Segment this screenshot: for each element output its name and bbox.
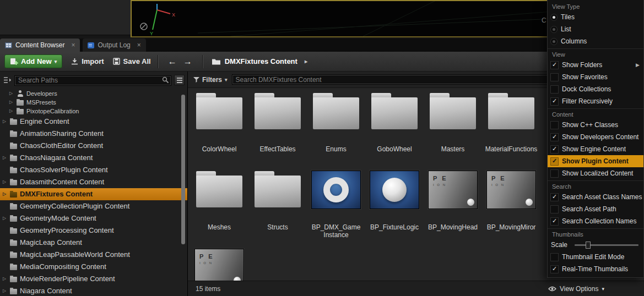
menu-item-real-time-thumbnails[interactable]: Real-Time Thumbnails <box>548 263 643 275</box>
checkbox-thumbnail-edit-mode[interactable] <box>551 254 558 261</box>
tree-item-niagara-content[interactable]: ▷ Niagara Content <box>0 285 187 296</box>
tree-item-geometrycollectionplugin-content[interactable]: GeometryCollectionPlugin Content <box>0 200 187 212</box>
menu-item-search-asset-class-names[interactable]: Search Asset Class Names <box>548 191 643 203</box>
expand-arrow-icon[interactable]: ▷ <box>2 216 7 221</box>
checkbox-real-time-thumbnails[interactable] <box>551 266 558 273</box>
menu-section-view: View Show Folders ▶ Show Favorites Dock … <box>548 48 643 107</box>
view-options-button[interactable]: View Options ▾ <box>548 285 604 293</box>
checkbox-dock-collections[interactable] <box>551 86 558 93</box>
checkbox-show-engine-content[interactable] <box>551 146 558 153</box>
checkbox-show-developers-content[interactable] <box>551 134 558 141</box>
radio-list[interactable] <box>551 26 557 32</box>
radio-tiles[interactable] <box>551 14 557 20</box>
folder-tile-structs[interactable]: Structs <box>253 171 302 241</box>
asset-tile-bp-fixturelogic[interactable]: BP_FixtureLogic <box>370 171 419 241</box>
import-button[interactable]: Import <box>71 57 104 65</box>
checkbox-show-favorites[interactable] <box>551 74 558 81</box>
checkbox-show-plugin-content[interactable] <box>551 158 558 165</box>
menu-item-list[interactable]: List <box>548 23 643 35</box>
tab-content-browser[interactable]: Content Browser × <box>0 39 80 52</box>
checkbox-show-folders[interactable] <box>551 62 558 69</box>
expand-arrow-icon[interactable]: ▷ <box>2 119 7 124</box>
tree-item-label: MagicLeapPassableWorld Content <box>20 250 130 259</box>
menu-item-show-developers-content[interactable]: Show Developers Content <box>548 131 643 143</box>
filters-button[interactable]: Filters ▾ <box>193 76 228 84</box>
search-paths-input[interactable] <box>14 75 171 86</box>
folder-tile-colorwheel[interactable]: ColorWheel <box>194 92 244 163</box>
tree-item-magicleappassableworld-content[interactable]: MagicLeapPassableWorld Content <box>0 249 187 261</box>
menu-item-thumbnail-edit-mode[interactable]: Thumbnail Edit Mode <box>548 251 643 263</box>
tree-item-chaossolverplugin-content[interactable]: ChaosSolverPlugin Content <box>0 164 187 176</box>
menu-item-show-localized-content[interactable]: Show Localized Content <box>548 167 643 179</box>
tree-item-datasmithcontent-content[interactable]: ▷ DatasmithContent Content <box>0 176 187 188</box>
menu-item-show-engine-content[interactable]: Show Engine Content <box>548 143 643 155</box>
slider-thumb[interactable] <box>586 242 591 249</box>
asset-tile-bp-movingmiror[interactable]: P EI O N BP_MovingMiror <box>486 171 536 241</box>
menu-item-show-plugin-content[interactable]: Show Plugin Content <box>548 155 643 167</box>
sources-toggle-icon[interactable] <box>3 76 12 84</box>
expand-arrow-icon[interactable]: ▷ <box>2 179 7 184</box>
menu-item-show-c-classes[interactable]: Show C++ Classes <box>548 119 643 131</box>
folder-tile-masters[interactable]: Masters <box>428 92 478 163</box>
menu-item-search-asset-path[interactable]: Search Asset Path <box>548 203 643 215</box>
expand-arrow-icon[interactable]: ▷ <box>2 276 7 281</box>
checkbox-filter-recursively[interactable] <box>551 98 558 105</box>
checkbox-show-c-classes[interactable] <box>551 122 558 129</box>
folder-tile-effecttables[interactable]: EffectTables <box>253 92 302 163</box>
tree-item-pixotopecalibration[interactable]: ▷ PixotopeCalibration <box>0 107 187 116</box>
tree-item-animationsharing-content[interactable]: AnimationSharing Content <box>0 128 187 140</box>
tree-item-dmxfixtures-content[interactable]: ▷ DMXFixtures Content <box>0 188 187 200</box>
checkbox-search-asset-class-names[interactable] <box>551 194 558 201</box>
menu-item-show-favorites[interactable]: Show Favorites <box>548 71 643 83</box>
tab-output-log[interactable]: Output Log × <box>83 39 145 52</box>
folder-tile-materialfunctions[interactable]: MaterialFunctions <box>486 92 536 163</box>
checkbox-search-asset-path[interactable] <box>551 206 558 213</box>
expand-arrow-icon[interactable]: ▷ <box>2 288 7 293</box>
folder-icon <box>10 131 17 137</box>
radio-columns[interactable] <box>551 39 557 45</box>
menu-item-filter-recursively[interactable]: Filter Recursively <box>548 95 643 107</box>
breadcrumb-next-icon[interactable]: ▸ <box>305 58 307 64</box>
menu-item-show-folders[interactable]: Show Folders ▶ <box>548 59 643 71</box>
tree-item-mediacompositing-content[interactable]: MediaCompositing Content <box>0 261 187 273</box>
add-new-button[interactable]: Add New ▾ <box>4 54 62 68</box>
tree-item-magicleap-content[interactable]: MagicLeap Content <box>0 237 187 249</box>
folder-tile-gobowheel[interactable]: GoboWheel <box>370 92 419 163</box>
thumbnail-scale-slider[interactable] <box>575 244 638 246</box>
tree-item-developers[interactable]: ▷ Developers <box>0 89 187 98</box>
tree-view-options-button[interactable] <box>174 75 185 85</box>
expand-arrow-icon[interactable]: ▷ <box>8 100 14 105</box>
checkbox-show-localized-content[interactable] <box>551 170 558 177</box>
forward-arrow-button[interactable]: → <box>183 57 192 67</box>
expand-arrow-icon[interactable]: ▷ <box>8 108 14 113</box>
tree-item-chaosniagara-content[interactable]: ▷ ChaosNiagara Content <box>0 152 187 164</box>
close-tab-icon[interactable]: × <box>71 41 75 49</box>
menu-section-thumbnails: Thumbnails Scale Thumbnail Edit Mode Rea… <box>548 228 643 275</box>
folder-tile-enums[interactable]: Enums <box>311 92 361 163</box>
menu-item-dock-collections[interactable]: Dock Collections <box>548 83 643 95</box>
menu-item-columns[interactable]: Columns <box>548 35 643 47</box>
expand-arrow-icon[interactable]: ▷ <box>2 191 7 196</box>
back-arrow-button[interactable]: ← <box>168 57 177 67</box>
tree-item-geometrymode-content[interactable]: ▷ GeometryMode Content <box>0 212 187 224</box>
folder-tile-meshes[interactable]: Meshes <box>194 171 244 241</box>
tree-item-icon-slot <box>9 239 18 246</box>
breadcrumb[interactable]: DMXFixtures Content ▸ <box>212 57 307 65</box>
asset-tile-bp-dmx-game-instance[interactable]: BP_DMX_Game Instance <box>311 171 361 241</box>
checkbox-search-collection-names[interactable] <box>551 218 558 225</box>
expand-arrow-icon[interactable]: ▷ <box>2 155 7 160</box>
asset-tile-bp-movinghead[interactable]: P EI O N BP_MovingHead <box>428 171 478 241</box>
menu-item-search-collection-names[interactable]: Search Collection Names <box>548 215 643 227</box>
expand-arrow-icon[interactable]: ▷ <box>8 91 14 96</box>
asset-tile-untitled[interactable]: P EI O N <box>194 249 244 281</box>
save-all-button[interactable]: Save All <box>113 57 151 65</box>
tree-item-engine-content[interactable]: ▷ Engine Content <box>0 116 187 128</box>
close-tab-icon[interactable]: × <box>137 41 141 49</box>
tree-scrollbar[interactable] <box>181 95 185 244</box>
tree-item-movierenderpipeline-content[interactable]: ▷ MovieRenderPipeline Content <box>0 273 187 285</box>
menu-item-scale[interactable]: Scale <box>548 239 643 251</box>
tree-item-geometryprocessing-content[interactable]: GeometryProcessing Content <box>0 224 187 237</box>
menu-item-tiles[interactable]: Tiles <box>548 11 643 23</box>
tree-item-chaosclotheditor-content[interactable]: ChaosClothEditor Content <box>0 140 187 152</box>
tree-item-mspresets[interactable]: ▷ MSPresets <box>0 98 187 107</box>
